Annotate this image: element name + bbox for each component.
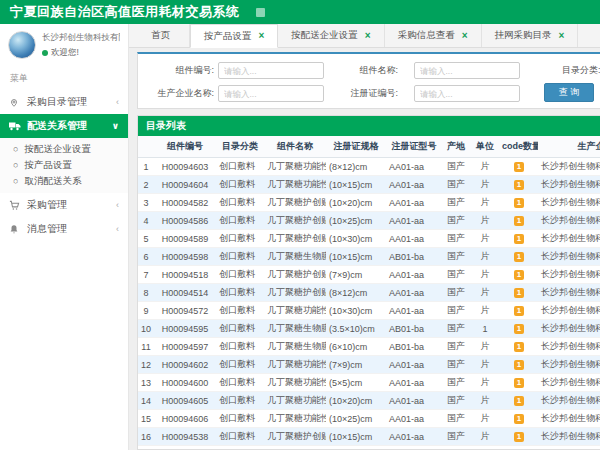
table-row[interactable]: 15H00094606创口敷料几丁聚糖功能性护(10×25)cmAA01-aa国… <box>138 410 600 428</box>
table-row[interactable]: 1H00094603创口敷料几丁聚糖功能性护(8×12)cmAA01-aa国产片… <box>138 158 600 176</box>
component-name-input[interactable] <box>414 62 520 79</box>
table-row[interactable]: 5H00094589创口敷料几丁聚糖护创贴（(10×30)cmAA01-aa国产… <box>138 230 600 248</box>
table-row[interactable]: 13H00094600创口敷料几丁聚糖功能性护(5×5)cmAA01-aa国产片… <box>138 374 600 392</box>
sidebar: 长沙邦创生物科技有限公司 欢迎您! 菜单 采购目录管理‹配送关系管理∨○按配送企… <box>0 24 129 450</box>
table-row[interactable]: 9H00094572创口敷料几丁聚糖功能性护(10×30)cmAA01-aa国产… <box>138 302 600 320</box>
cell-7: 片 <box>470 374 500 392</box>
cell-5: AB01-ba <box>386 320 442 338</box>
registration-no-input[interactable] <box>414 85 520 102</box>
component-code-input[interactable] <box>218 62 324 79</box>
cell-0: 9 <box>138 302 154 320</box>
cell-9: 长沙邦创生物科技有限公司 <box>538 410 600 428</box>
table-row[interactable]: 12H00094602创口敷料几丁聚糖功能性护(7×9)cmAA01-aa国产片… <box>138 356 600 374</box>
code-count-badge[interactable]: 1 <box>514 252 524 262</box>
cell-1: H00094600 <box>154 374 216 392</box>
cell-6: 国产 <box>442 266 470 284</box>
cell-4: (7×9)cm <box>326 356 386 374</box>
tab-close-icon[interactable]: × <box>259 31 265 41</box>
cell-7: 1 <box>470 320 500 338</box>
sidebar-subitem-2[interactable]: ○取消配送关系 <box>0 173 128 189</box>
table-row[interactable]: 10H00094595创口敷料几丁聚糖生物膜(3.5×10)cmAB01-ba国… <box>138 320 600 338</box>
cell-4: (8×12)cm <box>326 158 386 176</box>
code-count-cell: 1 <box>500 356 538 374</box>
tab-close-icon[interactable]: × <box>365 31 371 41</box>
cell-2: 创口敷料 <box>216 248 264 266</box>
cell-7: 片 <box>470 428 500 446</box>
table-row[interactable]: 16H00094538创口敷料几丁聚糖护创贴（(10×15)cmAA01-aa国… <box>138 428 600 446</box>
cell-2: 创口敷料 <box>216 230 264 248</box>
cell-3: 几丁聚糖生物膜 <box>264 248 326 266</box>
tab-label: 按产品设置 <box>204 30 252 43</box>
code-count-cell: 1 <box>500 392 538 410</box>
code-count-badge[interactable]: 1 <box>514 216 524 226</box>
tab-close-icon[interactable]: × <box>559 31 565 41</box>
code-count-badge[interactable]: 1 <box>514 360 524 370</box>
sidebar-item-3[interactable]: 消息管理‹ <box>0 217 128 241</box>
tab-close-icon[interactable]: × <box>462 31 468 41</box>
code-count-badge[interactable]: 1 <box>514 414 524 424</box>
cell-3: 几丁聚糖护创贴（ <box>264 446 326 450</box>
tab-4[interactable]: 挂网采购目录× <box>482 24 579 47</box>
code-count-badge[interactable]: 1 <box>514 288 524 298</box>
manufacturer-input[interactable] <box>218 85 324 102</box>
filter-panel: 组件编号: 组件名称: 目录分类: 生产企业名称: 注册证编号: 查 询 <box>137 52 600 109</box>
cell-3: 几丁聚糖护创贴（ <box>264 266 326 284</box>
cell-1: H00094603 <box>154 158 216 176</box>
tab-3[interactable]: 采购信息查看× <box>385 24 482 47</box>
code-count-badge[interactable]: 1 <box>514 396 524 406</box>
cell-4: (5×5)cm <box>326 374 386 392</box>
cell-7: 片 <box>470 410 500 428</box>
code-count-badge[interactable]: 1 <box>514 180 524 190</box>
cell-0: 5 <box>138 230 154 248</box>
tab-label: 首页 <box>151 29 170 42</box>
cell-4: (3.5×10)cm <box>326 320 386 338</box>
table-row[interactable]: 8H00094514创口敷料几丁聚糖护创贴（(8×12)cmAA01-aa国产片… <box>138 284 600 302</box>
tab-2[interactable]: 按配送企业设置× <box>278 24 384 47</box>
sidebar-item-0[interactable]: 采购目录管理‹ <box>0 90 128 114</box>
tab-1[interactable]: 按产品设置× <box>190 24 278 48</box>
cell-7: 片 <box>470 392 500 410</box>
sidebar-item-1[interactable]: 配送关系管理∨ <box>0 114 128 138</box>
table-row[interactable]: 2H00094604创口敷料几丁聚糖功能性护(10×15)cmAA01-aa国产… <box>138 176 600 194</box>
table-row[interactable]: 6H00094598创口敷料几丁聚糖生物膜(10×15)cmAB01-ba国产片… <box>138 248 600 266</box>
cell-9: 长沙邦创生物科技有限公司 <box>538 446 600 450</box>
code-count-badge[interactable]: 1 <box>514 234 524 244</box>
code-count-badge[interactable]: 1 <box>514 432 524 442</box>
cell-3: 几丁聚糖护创贴（ <box>264 212 326 230</box>
code-count-badge[interactable]: 1 <box>514 198 524 208</box>
cell-2: 创口敷料 <box>216 158 264 176</box>
sidebar-subitem-0[interactable]: ○按配送企业设置 <box>0 141 128 157</box>
code-count-badge[interactable]: 1 <box>514 324 524 334</box>
table-row[interactable]: 11H00094597创口敷料几丁聚糖生物膜(6×10)cmAB01-ba国产片… <box>138 338 600 356</box>
cell-6: 国产 <box>442 284 470 302</box>
cell-3: 几丁聚糖功能性护 <box>264 374 326 392</box>
code-count-badge[interactable]: 1 <box>514 162 524 172</box>
code-count-badge[interactable]: 1 <box>514 306 524 316</box>
cell-6: 国产 <box>442 320 470 338</box>
cell-9: 长沙邦创生物科技有限公司 <box>538 302 600 320</box>
table-row[interactable]: 3H00094582创口敷料几丁聚糖护创贴（(10×20)cmAA01-aa国产… <box>138 194 600 212</box>
welcome-text: 欢迎您! <box>51 47 79 59</box>
cell-0: 15 <box>138 410 154 428</box>
code-count-badge[interactable]: 1 <box>514 342 524 352</box>
menu-toggle-icon[interactable] <box>256 8 265 17</box>
cell-9: 长沙邦创生物科技有限公司 <box>538 176 600 194</box>
table-row[interactable]: 4H00094586创口敷料几丁聚糖护创贴（(10×25)cmAA01-aa国产… <box>138 212 600 230</box>
cell-4: (6×10)cm <box>326 338 386 356</box>
tab-label: 采购信息查看 <box>398 29 455 42</box>
code-count-badge[interactable]: 1 <box>514 270 524 280</box>
cell-6: 国产 <box>442 428 470 446</box>
cell-5: AA01-aa <box>386 212 442 230</box>
code-count-badge[interactable]: 1 <box>514 378 524 388</box>
sidebar-item-2[interactable]: 采购管理‹ <box>0 193 128 217</box>
search-button[interactable]: 查 询 <box>544 83 594 102</box>
cell-1: H00094572 <box>154 302 216 320</box>
table-row[interactable]: 14H00094605创口敷料几丁聚糖功能性护(10×20)cmAA01-aa国… <box>138 392 600 410</box>
table-row[interactable]: 7H00094518创口敷料几丁聚糖护创贴（(7×9)cmAA01-aa国产片1… <box>138 266 600 284</box>
sidebar-subitem-1[interactable]: ○按产品设置 <box>0 157 128 173</box>
cell-9: 长沙邦创生物科技有限公司 <box>538 356 600 374</box>
tab-0[interactable]: 首页 <box>132 24 190 47</box>
cell-5: AA01-aa <box>386 374 442 392</box>
cell-4: (10×15)cm <box>326 428 386 446</box>
table-row[interactable]: 17H00093710创口敷料几丁聚糖护创贴（(5×5)cmAA01-aa国产片… <box>138 446 600 450</box>
